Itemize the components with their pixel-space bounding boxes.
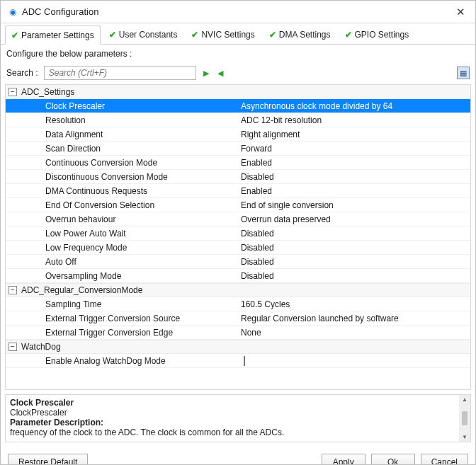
param-row[interactable]: Data AlignmentRight alignment [6,127,470,142]
param-value[interactable]: Enabled [238,158,470,168]
search-input[interactable] [44,66,196,80]
param-row[interactable]: External Trigger Conversion SourceRegula… [6,311,470,326]
description-panel: Clock Prescaler ClockPrescaler Parameter… [5,394,471,442]
group-label: WatchDog [21,342,61,352]
param-value[interactable]: End of single conversion [238,200,470,210]
param-row[interactable]: DMA Continuous RequestsEnabled [6,184,470,198]
param-value[interactable]: Disabled [238,229,470,239]
grid-view-button[interactable]: ▦ [457,67,470,79]
check-icon: ✔ [11,30,18,40]
cancel-button[interactable]: Cancel [421,454,468,465]
param-row[interactable]: Overrun behaviourOverrun data preserved [6,212,470,226]
checkbox[interactable] [244,356,245,366]
param-value[interactable]: Right alignment [238,130,470,139]
desc-subtitle: ClockPrescaler [10,408,458,418]
param-value[interactable]: ADC 12-bit resolution [238,115,470,125]
param-row[interactable]: Auto OffDisabled [6,255,470,269]
parameter-tree[interactable]: − ADC_Settings Clock Prescaler Asynchron… [5,84,471,390]
apply-button[interactable]: Apply [322,454,366,465]
group-header[interactable]: − ADC_Regular_ConversionMode [6,283,470,297]
tab-user-constants[interactable]: ✔ User Constants [103,25,183,44]
search-next-icon[interactable]: ▶ [202,69,210,78]
tab-gpio-settings[interactable]: ✔ GPIO Settings [339,25,415,44]
param-label: Data Alignment [6,130,238,139]
param-row[interactable]: Scan DirectionForward [6,142,470,156]
param-label: Discontinuous Conversion Mode [6,172,238,182]
param-value[interactable]: Regular Conversion launched by software [238,314,470,323]
tabs: ✔ Parameter Settings ✔ User Constants ✔ … [1,23,475,45]
scroll-thumb[interactable] [462,411,468,425]
param-value[interactable] [238,356,470,366]
collapse-icon[interactable]: − [8,88,17,96]
param-label: Clock Prescaler [6,101,238,111]
param-value[interactable]: 160.5 Cycles [238,299,470,309]
param-row[interactable]: Continuous Conversion ModeEnabled [6,156,470,170]
param-row[interactable]: Enable Analog WatchDog Mode [6,354,470,368]
group-label: ADC_Regular_ConversionMode [21,285,142,295]
param-label: Oversampling Mode [6,271,238,281]
param-value[interactable]: Disabled [238,257,470,267]
param-value[interactable]: Asynchronous clock mode divided by 64 [238,101,470,111]
tab-dma-settings[interactable]: ✔ DMA Settings [264,25,336,44]
param-label: Auto Off [6,257,238,267]
ok-button[interactable]: Ok [371,454,415,465]
param-label: Scan Direction [6,144,238,154]
param-row[interactable]: Oversampling ModeDisabled [6,269,470,283]
scroll-down-icon[interactable]: ▼ [462,434,468,440]
param-value[interactable]: Disabled [238,243,470,253]
restore-default-button[interactable]: Restore Default [8,454,88,465]
param-label: Resolution [6,115,238,125]
param-label: Sampling Time [6,299,238,309]
param-value[interactable]: Disabled [238,271,470,281]
titlebar: ◉ ADC Configuration ✕ [1,1,475,23]
param-value[interactable]: Overrun data preserved [238,214,470,224]
param-value[interactable]: None [238,328,470,338]
tab-label: NVIC Settings [201,30,254,40]
desc-heading: Parameter Description: [10,418,103,427]
scroll-up-icon[interactable]: ▲ [462,396,468,403]
param-value[interactable]: Forward [238,144,470,154]
tab-label: Parameter Settings [21,30,94,40]
window-title: ADC Configuration [22,6,98,17]
param-row[interactable]: Clock Prescaler Asynchronous clock mode … [6,99,470,113]
group-header[interactable]: − WatchDog [6,340,470,354]
collapse-icon[interactable]: − [8,343,17,351]
tab-label: GPIO Settings [355,30,409,40]
close-icon[interactable]: ✕ [453,4,468,20]
param-label: End Of Conversion Selection [6,200,238,210]
desc-body: frequency of the clock to the ADC. The c… [10,427,458,437]
search-label: Search : [6,68,38,78]
check-icon: ✔ [191,30,198,40]
check-icon: ✔ [269,30,276,40]
search-row: Search : ▶ ◀ ▦ [1,63,475,84]
group-label: ADC_Settings [21,87,74,97]
param-label: Continuous Conversion Mode [6,158,238,168]
tab-parameter-settings[interactable]: ✔ Parameter Settings [5,25,101,45]
group-header[interactable]: − ADC_Settings [6,85,470,99]
tab-label: User Constants [119,30,178,40]
subheading: Configure the below parameters : [1,45,475,63]
param-row[interactable]: ResolutionADC 12-bit resolution [6,113,470,127]
param-value[interactable]: Enabled [238,186,470,196]
param-label: External Trigger Conversion Edge [6,328,238,338]
collapse-icon[interactable]: − [8,286,17,294]
param-label: DMA Continuous Requests [6,186,238,196]
check-icon: ✔ [109,30,116,40]
param-label: External Trigger Conversion Source [6,314,238,323]
param-row[interactable]: External Trigger Conversion EdgeNone [6,326,470,340]
param-label: Enable Analog WatchDog Mode [6,356,238,366]
scrollbar[interactable]: ▲ ▼ [459,395,470,442]
param-label: Overrun behaviour [6,214,238,224]
check-icon: ✔ [345,30,352,40]
tab-nvic-settings[interactable]: ✔ NVIC Settings [186,25,260,44]
param-label: Low Frequency Mode [6,243,238,253]
param-value[interactable]: Disabled [238,172,470,182]
param-row[interactable]: Discontinuous Conversion ModeDisabled [6,170,470,184]
param-row[interactable]: Low Frequency ModeDisabled [6,241,470,255]
search-prev-icon[interactable]: ◀ [216,69,225,78]
param-row[interactable]: Sampling Time160.5 Cycles [6,297,470,311]
button-row: Restore Default Apply Ok Cancel [1,447,475,465]
param-row[interactable]: End Of Conversion SelectionEnd of single… [6,198,470,212]
param-label: Low Power Auto Wait [6,229,238,239]
param-row[interactable]: Low Power Auto WaitDisabled [6,226,470,241]
